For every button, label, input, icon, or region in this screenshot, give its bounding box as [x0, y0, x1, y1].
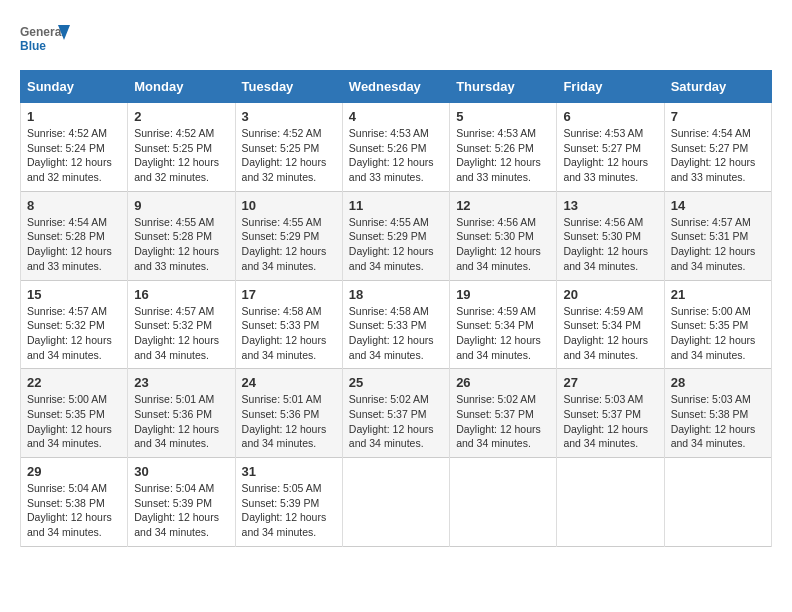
day-number: 19: [456, 287, 550, 302]
svg-text:Blue: Blue: [20, 39, 46, 53]
calendar-cell: 8Sunrise: 4:54 AM Sunset: 5:28 PM Daylig…: [21, 191, 128, 280]
calendar-cell: [450, 458, 557, 547]
calendar-cell: [342, 458, 449, 547]
day-info: Sunrise: 4:57 AM Sunset: 5:32 PM Dayligh…: [134, 304, 228, 363]
calendar-cell: 29Sunrise: 5:04 AM Sunset: 5:38 PM Dayli…: [21, 458, 128, 547]
day-number: 9: [134, 198, 228, 213]
day-info: Sunrise: 4:55 AM Sunset: 5:29 PM Dayligh…: [242, 215, 336, 274]
day-number: 1: [27, 109, 121, 124]
day-info: Sunrise: 4:59 AM Sunset: 5:34 PM Dayligh…: [456, 304, 550, 363]
day-number: 20: [563, 287, 657, 302]
day-number: 11: [349, 198, 443, 213]
day-info: Sunrise: 4:59 AM Sunset: 5:34 PM Dayligh…: [563, 304, 657, 363]
day-number: 2: [134, 109, 228, 124]
calendar-week-5: 29Sunrise: 5:04 AM Sunset: 5:38 PM Dayli…: [21, 458, 772, 547]
day-info: Sunrise: 4:54 AM Sunset: 5:27 PM Dayligh…: [671, 126, 765, 185]
calendar-cell: 28Sunrise: 5:03 AM Sunset: 5:38 PM Dayli…: [664, 369, 771, 458]
day-number: 8: [27, 198, 121, 213]
day-info: Sunrise: 5:04 AM Sunset: 5:39 PM Dayligh…: [134, 481, 228, 540]
calendar-cell: 22Sunrise: 5:00 AM Sunset: 5:35 PM Dayli…: [21, 369, 128, 458]
logo: General Blue: [20, 20, 74, 60]
header-row: SundayMondayTuesdayWednesdayThursdayFrid…: [21, 71, 772, 103]
day-number: 21: [671, 287, 765, 302]
calendar-cell: 21Sunrise: 5:00 AM Sunset: 5:35 PM Dayli…: [664, 280, 771, 369]
calendar-cell: 16Sunrise: 4:57 AM Sunset: 5:32 PM Dayli…: [128, 280, 235, 369]
calendar-cell: [664, 458, 771, 547]
day-number: 7: [671, 109, 765, 124]
day-info: Sunrise: 5:01 AM Sunset: 5:36 PM Dayligh…: [242, 392, 336, 451]
calendar-cell: 5Sunrise: 4:53 AM Sunset: 5:26 PM Daylig…: [450, 103, 557, 192]
day-number: 30: [134, 464, 228, 479]
calendar-cell: 12Sunrise: 4:56 AM Sunset: 5:30 PM Dayli…: [450, 191, 557, 280]
calendar-table: SundayMondayTuesdayWednesdayThursdayFrid…: [20, 70, 772, 547]
day-info: Sunrise: 4:57 AM Sunset: 5:32 PM Dayligh…: [27, 304, 121, 363]
calendar-cell: 15Sunrise: 4:57 AM Sunset: 5:32 PM Dayli…: [21, 280, 128, 369]
day-info: Sunrise: 5:04 AM Sunset: 5:38 PM Dayligh…: [27, 481, 121, 540]
day-number: 22: [27, 375, 121, 390]
calendar-cell: 25Sunrise: 5:02 AM Sunset: 5:37 PM Dayli…: [342, 369, 449, 458]
day-info: Sunrise: 4:56 AM Sunset: 5:30 PM Dayligh…: [456, 215, 550, 274]
day-number: 27: [563, 375, 657, 390]
calendar-week-4: 22Sunrise: 5:00 AM Sunset: 5:35 PM Dayli…: [21, 369, 772, 458]
day-info: Sunrise: 5:03 AM Sunset: 5:37 PM Dayligh…: [563, 392, 657, 451]
day-number: 12: [456, 198, 550, 213]
day-info: Sunrise: 4:53 AM Sunset: 5:27 PM Dayligh…: [563, 126, 657, 185]
day-info: Sunrise: 5:02 AM Sunset: 5:37 PM Dayligh…: [456, 392, 550, 451]
calendar-cell: 30Sunrise: 5:04 AM Sunset: 5:39 PM Dayli…: [128, 458, 235, 547]
calendar-header: SundayMondayTuesdayWednesdayThursdayFrid…: [21, 71, 772, 103]
calendar-cell: 10Sunrise: 4:55 AM Sunset: 5:29 PM Dayli…: [235, 191, 342, 280]
day-number: 16: [134, 287, 228, 302]
day-header-sunday: Sunday: [21, 71, 128, 103]
calendar-cell: 23Sunrise: 5:01 AM Sunset: 5:36 PM Dayli…: [128, 369, 235, 458]
calendar-cell: 17Sunrise: 4:58 AM Sunset: 5:33 PM Dayli…: [235, 280, 342, 369]
day-info: Sunrise: 4:56 AM Sunset: 5:30 PM Dayligh…: [563, 215, 657, 274]
day-number: 5: [456, 109, 550, 124]
day-number: 26: [456, 375, 550, 390]
day-number: 29: [27, 464, 121, 479]
day-number: 25: [349, 375, 443, 390]
day-info: Sunrise: 5:01 AM Sunset: 5:36 PM Dayligh…: [134, 392, 228, 451]
calendar-cell: 13Sunrise: 4:56 AM Sunset: 5:30 PM Dayli…: [557, 191, 664, 280]
calendar-cell: 6Sunrise: 4:53 AM Sunset: 5:27 PM Daylig…: [557, 103, 664, 192]
day-info: Sunrise: 4:53 AM Sunset: 5:26 PM Dayligh…: [456, 126, 550, 185]
day-number: 28: [671, 375, 765, 390]
calendar-week-3: 15Sunrise: 4:57 AM Sunset: 5:32 PM Dayli…: [21, 280, 772, 369]
day-info: Sunrise: 4:58 AM Sunset: 5:33 PM Dayligh…: [349, 304, 443, 363]
svg-text:General: General: [20, 25, 65, 39]
day-info: Sunrise: 4:57 AM Sunset: 5:31 PM Dayligh…: [671, 215, 765, 274]
day-info: Sunrise: 4:52 AM Sunset: 5:25 PM Dayligh…: [242, 126, 336, 185]
day-header-monday: Monday: [128, 71, 235, 103]
day-info: Sunrise: 4:53 AM Sunset: 5:26 PM Dayligh…: [349, 126, 443, 185]
calendar-week-2: 8Sunrise: 4:54 AM Sunset: 5:28 PM Daylig…: [21, 191, 772, 280]
day-info: Sunrise: 4:55 AM Sunset: 5:29 PM Dayligh…: [349, 215, 443, 274]
day-header-friday: Friday: [557, 71, 664, 103]
day-number: 24: [242, 375, 336, 390]
page-header: General Blue: [20, 20, 772, 60]
day-info: Sunrise: 5:00 AM Sunset: 5:35 PM Dayligh…: [27, 392, 121, 451]
calendar-cell: 2Sunrise: 4:52 AM Sunset: 5:25 PM Daylig…: [128, 103, 235, 192]
day-number: 3: [242, 109, 336, 124]
day-number: 23: [134, 375, 228, 390]
day-number: 17: [242, 287, 336, 302]
calendar-cell: 24Sunrise: 5:01 AM Sunset: 5:36 PM Dayli…: [235, 369, 342, 458]
day-number: 13: [563, 198, 657, 213]
day-header-thursday: Thursday: [450, 71, 557, 103]
calendar-cell: 3Sunrise: 4:52 AM Sunset: 5:25 PM Daylig…: [235, 103, 342, 192]
calendar-cell: 9Sunrise: 4:55 AM Sunset: 5:28 PM Daylig…: [128, 191, 235, 280]
calendar-cell: 1Sunrise: 4:52 AM Sunset: 5:24 PM Daylig…: [21, 103, 128, 192]
calendar-cell: 31Sunrise: 5:05 AM Sunset: 5:39 PM Dayli…: [235, 458, 342, 547]
calendar-cell: 14Sunrise: 4:57 AM Sunset: 5:31 PM Dayli…: [664, 191, 771, 280]
calendar-cell: 26Sunrise: 5:02 AM Sunset: 5:37 PM Dayli…: [450, 369, 557, 458]
calendar-cell: 19Sunrise: 4:59 AM Sunset: 5:34 PM Dayli…: [450, 280, 557, 369]
day-number: 31: [242, 464, 336, 479]
day-info: Sunrise: 5:00 AM Sunset: 5:35 PM Dayligh…: [671, 304, 765, 363]
calendar-cell: 4Sunrise: 4:53 AM Sunset: 5:26 PM Daylig…: [342, 103, 449, 192]
day-number: 14: [671, 198, 765, 213]
day-number: 15: [27, 287, 121, 302]
day-number: 4: [349, 109, 443, 124]
day-header-wednesday: Wednesday: [342, 71, 449, 103]
day-info: Sunrise: 5:03 AM Sunset: 5:38 PM Dayligh…: [671, 392, 765, 451]
calendar-cell: 27Sunrise: 5:03 AM Sunset: 5:37 PM Dayli…: [557, 369, 664, 458]
day-info: Sunrise: 4:54 AM Sunset: 5:28 PM Dayligh…: [27, 215, 121, 274]
calendar-cell: [557, 458, 664, 547]
